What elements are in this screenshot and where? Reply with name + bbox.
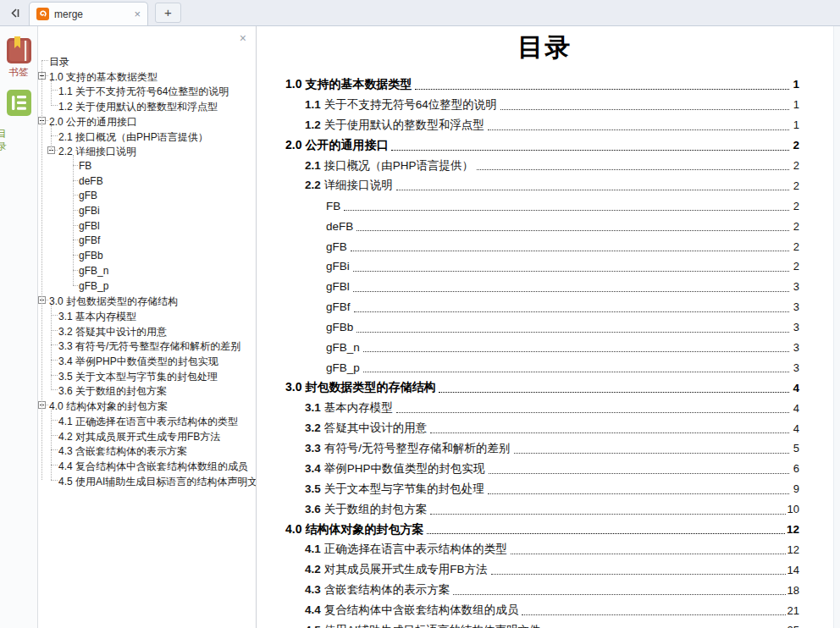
toc-entry-page: 1 <box>791 78 799 91</box>
tree-item[interactable]: 2.2 详细接口说明 <box>38 143 256 158</box>
toc-entry[interactable]: 2.0公开的通用接口2 <box>257 135 799 156</box>
toc-entry[interactable]: gFBf3 <box>257 297 799 317</box>
dot-leader <box>354 311 789 312</box>
dot-leader <box>356 230 789 231</box>
toc-entry[interactable]: 4.3含嵌套结构体的表示方案18 <box>257 580 799 600</box>
tree-item[interactable]: 4.4 复合结构体中含嵌套结构体数组的成员 <box>38 458 256 473</box>
document-tab[interactable]: merge × <box>29 2 148 25</box>
tree-item[interactable]: gFBl <box>38 218 256 234</box>
toc-entry-page: 4 <box>791 402 799 415</box>
tree-item[interactable]: FB <box>38 158 256 174</box>
tree-item[interactable]: 3.0 封包数据类型的存储结构 <box>38 293 256 308</box>
toc-entry-label: 1.0支持的基本数据类型 <box>285 77 412 92</box>
toc-entry[interactable]: gFBi2 <box>257 256 799 277</box>
new-tab-button[interactable]: + <box>155 3 181 23</box>
outline-panel: × 目录1.0 支持的基本数据类型1.1 关于不支持无符号64位整型的说明1.2… <box>37 26 257 628</box>
tree-item[interactable]: 3.3 有符号/无符号整型存储和解析的差别 <box>38 338 256 353</box>
tree-item-label: 1.2 关于使用默认的整数型和浮点型 <box>58 100 218 114</box>
toc-entry[interactable]: gFB2 <box>257 236 799 256</box>
tree-item[interactable]: 4.1 正确选择在语言中表示结构体的类型 <box>38 413 256 428</box>
toc-entry[interactable]: 4.1正确选择在语言中表示结构体的类型12 <box>257 539 799 559</box>
tree-item[interactable]: 3.1 基本内存模型 <box>38 308 256 323</box>
collapse-sidebar-button[interactable] <box>0 0 29 25</box>
tree-item[interactable]: 4.3 含嵌套结构体的表示方案 <box>38 443 256 458</box>
tab-bar: merge × + <box>0 0 840 26</box>
outline-tree: 目录1.0 支持的基本数据类型1.1 关于不支持无符号64位整型的说明1.2 关… <box>38 53 256 628</box>
toc-entry-label: 3.4举例PHP中数值类型的封包实现 <box>305 461 485 477</box>
tree-item[interactable]: 3.4 举例PHP中数值类型的封包实现 <box>38 353 256 368</box>
tree-item[interactable]: 3.5 关于文本型与字节集的封包处理 <box>38 368 256 383</box>
toc-entry[interactable]: 1.0支持的基本数据类型1 <box>257 74 799 95</box>
toc-entry[interactable]: 4.5使用AI辅助生成目标语言的结构体声明文件25 <box>257 620 799 628</box>
tree-item[interactable]: gFB_p <box>38 278 256 294</box>
tree-item[interactable]: 1.0 支持的基本数据类型 <box>38 69 256 84</box>
rail-item-toc[interactable]: ❮ 目录 <box>0 89 41 153</box>
tree-item[interactable]: gFBi <box>38 203 256 218</box>
tree-item-label: 3.0 封包数据类型的存储结构 <box>49 295 178 309</box>
tree-item[interactable]: 1.1 关于不支持无符号64位整型的说明 <box>38 83 256 98</box>
toc-entry-page: 4 <box>791 422 799 435</box>
toc-entry[interactable]: gFBb3 <box>257 317 799 338</box>
dot-leader <box>353 291 789 292</box>
toc-entry[interactable]: 1.2关于使用默认的整数型和浮点型1 <box>257 115 799 135</box>
tree-item-label: 2.1 接口概况（由PHP语言提供） <box>58 130 208 145</box>
tree-connector <box>51 344 58 345</box>
tree-item[interactable]: gFB_n <box>38 263 256 278</box>
tree-item[interactable]: 4.0 结构体对象的封包方案 <box>38 398 256 413</box>
tree-item-label: 4.5 使用AI辅助生成目标语言的结构体声明文件 <box>58 475 257 489</box>
tree-item[interactable]: 3.2 答疑其中设计的用意 <box>38 323 256 339</box>
toc-entry[interactable]: 3.6关于数组的封包方案10 <box>257 499 799 520</box>
toc-entry-number: 4.0 <box>285 522 301 536</box>
tree-item[interactable]: 3.6 关于数组的封包方案 <box>38 383 256 398</box>
tree-item[interactable]: deFB <box>38 174 256 189</box>
dot-leader <box>489 473 789 474</box>
toc-entry-number: 3.2 <box>305 421 321 434</box>
vertical-scrollbar[interactable] <box>833 26 840 628</box>
toc-entry-number: 3.3 <box>305 442 321 454</box>
tree-guide-line <box>51 125 52 151</box>
toc-entry-label: gFBi <box>326 260 350 273</box>
tree-item-label: gFB <box>79 190 97 201</box>
panel-close-icon[interactable]: × <box>240 32 246 44</box>
tree-item[interactable]: 1.2 关于使用默认的整数型和浮点型 <box>38 98 256 113</box>
rail-item-bookmarks[interactable]: 书签 <box>6 36 32 79</box>
toc-entry[interactable]: gFB_n3 <box>257 338 799 358</box>
tree-item[interactable]: gFBb <box>38 248 256 263</box>
toc-entry[interactable]: 3.1基本内存模型4 <box>257 398 799 418</box>
tree-item[interactable]: 2.1 接口概况（由PHP语言提供） <box>38 129 256 144</box>
toc-entry[interactable]: 3.4举例PHP中数值类型的封包实现6 <box>257 459 799 479</box>
tree-guide-line <box>51 80 52 106</box>
tree-item-label: FB <box>79 160 91 172</box>
toc-entry[interactable]: gFB_p3 <box>257 357 799 377</box>
page-title: 目录 <box>257 31 833 63</box>
toc-entry[interactable]: 3.0封包数据类型的存储结构4 <box>257 377 799 398</box>
toc-entry[interactable]: 4.2对其成员展开式生成专用FB方法14 <box>257 559 799 580</box>
toc-entry[interactable]: gFBl3 <box>257 277 799 297</box>
toc-entry[interactable]: 3.5关于文本型与字节集的封包处理9 <box>257 479 799 499</box>
toc-entry-label: 2.0公开的通用接口 <box>285 138 388 153</box>
tree-item[interactable]: 4.5 使用AI辅助生成目标语言的结构体声明文件 <box>38 473 256 488</box>
dot-leader <box>415 89 789 90</box>
toc-entry[interactable]: 2.1接口概况（由PHP语言提供）2 <box>257 156 799 176</box>
toc-entry-label: gFB_p <box>326 361 360 374</box>
toc-entry[interactable]: 1.1关于不支持无符号64位整型的说明1 <box>257 95 799 115</box>
toc-entry-page: 2 <box>791 159 799 172</box>
toc-entry[interactable]: 4.0结构体对象的封包方案12 <box>257 520 799 540</box>
toc-entry[interactable]: deFB2 <box>257 216 799 236</box>
tree-item[interactable]: 4.2 对其成员展开式生成专用FB方法 <box>38 428 256 443</box>
toc-entry[interactable]: FB2 <box>257 196 799 216</box>
toc-entry[interactable]: 3.2答疑其中设计的用意4 <box>257 418 799 438</box>
tree-item[interactable]: 目录 <box>38 53 256 69</box>
toc-entry-page: 2 <box>791 179 799 192</box>
tree-item[interactable]: gFBf <box>38 233 256 248</box>
toc-entry-page: 4 <box>791 382 799 394</box>
tree-item[interactable]: gFB <box>38 188 256 203</box>
toc-entry[interactable]: 2.2详细接口说明2 <box>257 175 799 196</box>
toc-entry[interactable]: 3.3有符号/无符号整型存储和解析的差别5 <box>257 438 799 459</box>
tab-close-icon[interactable]: × <box>134 8 141 19</box>
tree-guide-line <box>51 305 52 390</box>
toc-entry-page: 12 <box>787 523 799 536</box>
toc-entry[interactable]: 4.4复合结构体中含嵌套结构体数组的成员21 <box>257 600 799 620</box>
tree-item[interactable]: 2.0 公开的通用接口 <box>38 113 256 129</box>
tree-item-label: 4.2 对其成员展开式生成专用FB方法 <box>58 430 220 444</box>
